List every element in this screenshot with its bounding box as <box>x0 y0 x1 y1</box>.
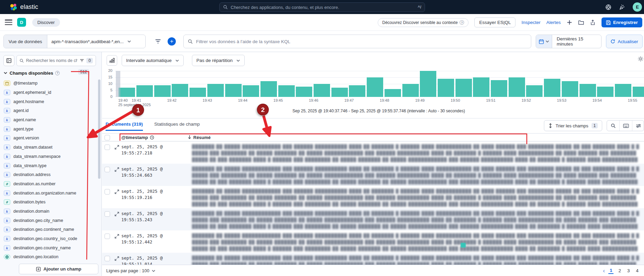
interval-dropdown[interactable]: Intervalle automatique <box>122 55 184 66</box>
row-checkbox[interactable] <box>105 167 110 172</box>
field-item[interactable]: kdata_stream.type <box>0 161 97 170</box>
field-item[interactable]: kagent.hostname <box>0 97 97 106</box>
histogram-bar[interactable] <box>190 88 206 97</box>
page-number-2[interactable]: 2 <box>617 268 622 274</box>
field-item[interactable]: #destination.as.number <box>0 179 97 189</box>
histogram-bar[interactable] <box>136 85 153 97</box>
try-esql-button[interactable]: Essayer ES|QL <box>474 17 515 27</box>
row-checkbox[interactable] <box>105 211 110 217</box>
alerts-link[interactable]: Alertes <box>546 20 561 25</box>
help-icon[interactable] <box>605 4 611 10</box>
histogram-bar[interactable] <box>385 89 401 97</box>
field-item[interactable]: kagent.ephemeral_id <box>0 88 97 97</box>
histogram-bar[interactable] <box>402 84 419 97</box>
table-row[interactable]: sept. 25, 2025 @ 19:55:15.243███████ ██ … <box>102 208 644 230</box>
space-badge[interactable]: D <box>17 18 26 27</box>
sidebar-scrollbar[interactable] <box>98 79 100 227</box>
previous-page-button[interactable]: ‹ <box>603 268 605 274</box>
add-field-button[interactable]: Ajouter un champ <box>19 264 98 274</box>
field-item[interactable]: kdestination.geo.country_iso_code <box>0 234 97 243</box>
kql-input-field[interactable] <box>196 39 527 44</box>
sort-descending-icon[interactable] <box>187 135 192 139</box>
field-search-input[interactable] <box>26 58 77 63</box>
table-row[interactable]: sept. 25, 2025 @ 19:55:27.218███████ ██ … <box>102 141 644 164</box>
histogram-bar[interactable] <box>597 87 613 97</box>
add-filter-button[interactable]: + <box>168 37 176 46</box>
field-item[interactable]: kdestination.geo.city_name <box>0 216 97 225</box>
row-checkbox[interactable] <box>105 189 110 195</box>
collapse-sidebar-button[interactable] <box>3 55 14 66</box>
field-item[interactable]: kagent.type <box>0 124 97 134</box>
row-checkbox[interactable] <box>105 256 110 261</box>
column-header-summary[interactable]: Résumé <box>193 135 211 140</box>
field-item[interactable]: destination.geo.location <box>0 252 97 262</box>
field-item[interactable]: @timestamp <box>0 79 97 88</box>
histogram-bar[interactable] <box>615 84 631 97</box>
expand-document-icon[interactable] <box>114 256 119 261</box>
histogram-bar[interactable] <box>119 88 135 97</box>
plus-icon[interactable] <box>567 20 572 25</box>
expand-document-icon[interactable] <box>114 234 119 239</box>
histogram-bar[interactable] <box>580 84 596 97</box>
histogram-chart[interactable] <box>115 71 644 97</box>
expand-document-icon[interactable] <box>114 145 119 150</box>
context-awareness-pill[interactable]: Découvrez Discover sensible au contexte … <box>378 18 469 27</box>
share-icon[interactable] <box>590 20 596 25</box>
histogram-bar[interactable] <box>349 85 365 97</box>
field-item[interactable]: kagent.version <box>0 134 97 143</box>
table-row[interactable]: sept. 25, 2025 @ 19:55:19.216███████ ██ … <box>102 186 644 208</box>
field-item[interactable]: kagent.name <box>0 115 97 125</box>
display-options-icon[interactable] <box>632 121 644 131</box>
inspect-link[interactable]: Inspecter <box>521 20 540 25</box>
histogram-bar[interactable] <box>314 84 330 97</box>
breadcrumb[interactable]: Discover <box>32 18 60 27</box>
page-number-1[interactable]: 1 <box>608 267 614 274</box>
available-fields-header[interactable]: Champs disponibles ? 512 <box>3 69 98 77</box>
field-item[interactable]: kagent.id <box>0 106 97 115</box>
histogram-bar[interactable] <box>260 81 277 97</box>
table-row[interactable]: sept. 25, 2025 @ 19:55:12.442███████ ██ … <box>102 230 644 253</box>
global-search-input[interactable] <box>231 5 415 10</box>
histogram-bar[interactable] <box>296 87 312 97</box>
histogram-bar[interactable] <box>509 77 525 97</box>
histogram-bar[interactable] <box>633 87 644 97</box>
histogram-bar[interactable] <box>491 80 507 97</box>
row-checkbox[interactable] <box>105 234 110 239</box>
chart-options-gear-icon[interactable] <box>637 56 644 62</box>
kql-search-bar[interactable] <box>183 35 531 48</box>
elastic-brand[interactable]: elastic <box>10 0 38 14</box>
time-range-picker[interactable]: Dernières 15 minutes <box>536 35 602 48</box>
tab-field-statistics[interactable]: Statistiques de champ <box>154 122 200 127</box>
expand-document-icon[interactable] <box>114 167 119 172</box>
data-view-picker[interactable]: Vue de données apm-*-transaction*,auditb… <box>3 35 146 48</box>
histogram-bar[interactable] <box>544 79 560 97</box>
field-item[interactable]: kdestination.geo.continent_name <box>0 225 97 234</box>
folder-icon[interactable] <box>578 20 584 25</box>
page-number-4[interactable]: 4 <box>634 268 640 274</box>
filter-fields-icon[interactable] <box>80 59 84 63</box>
histogram-bar[interactable] <box>225 84 242 97</box>
field-search-box[interactable]: 0 <box>16 55 96 66</box>
histogram-bar[interactable] <box>172 84 188 97</box>
saved-queries-icon[interactable] <box>154 38 162 45</box>
field-item[interactable]: kdestination.geo.country_name <box>0 243 97 252</box>
row-checkbox[interactable] <box>105 145 110 150</box>
user-avatar[interactable]: E <box>633 2 642 12</box>
histogram-bar[interactable] <box>438 79 454 97</box>
histogram-bar[interactable] <box>562 81 578 97</box>
keyboard-icon[interactable] <box>620 121 632 131</box>
field-item[interactable]: kdata_stream.namespace <box>0 152 97 161</box>
refresh-button[interactable]: Actualiser <box>606 35 643 48</box>
edit-visualization-button[interactable] <box>107 55 117 66</box>
histogram-bar[interactable] <box>420 71 436 97</box>
search-in-table-icon[interactable] <box>607 121 620 131</box>
expand-document-icon[interactable] <box>114 189 119 194</box>
breakdown-dropdown[interactable]: Pas de répartition <box>192 55 245 66</box>
histogram-bar[interactable] <box>526 85 543 97</box>
menu-icon[interactable] <box>5 19 12 26</box>
save-button[interactable]: Enregistrer <box>602 17 642 27</box>
table-row[interactable]: sept. 25, 2025 @ 19:55:24.663███████ ██ … <box>102 164 644 186</box>
newsfeed-icon[interactable] <box>619 4 625 10</box>
tab-documents[interactable]: Documents (319) <box>106 122 143 131</box>
histogram-bar[interactable] <box>331 88 348 97</box>
